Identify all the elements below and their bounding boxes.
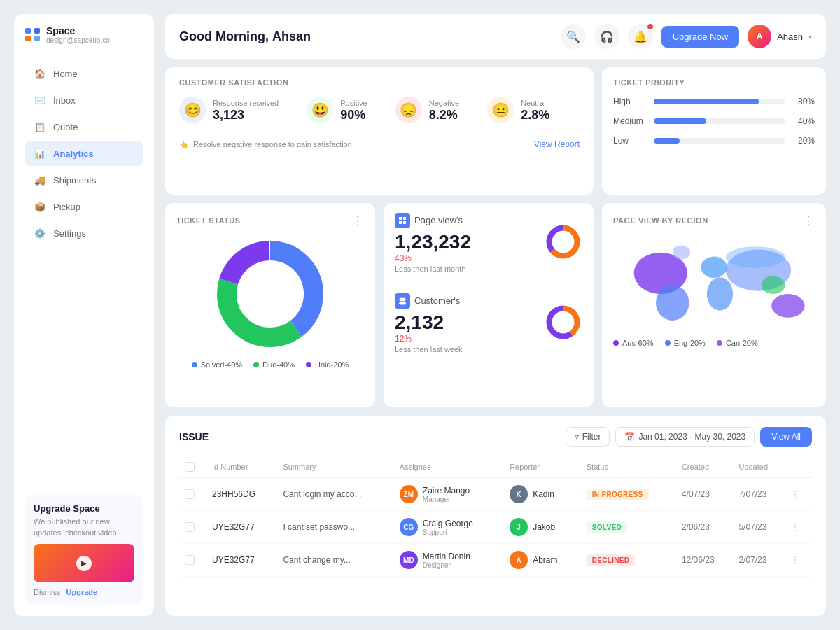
- search-button[interactable]: 🔍: [561, 24, 586, 49]
- map-legend: Aus-60% Eng-20% Can-20%: [613, 339, 815, 347]
- sidebar: Space design@sapceup.co 🏠 Home ✉️ Inbox …: [14, 14, 154, 616]
- legend-due: Due-40%: [253, 360, 295, 369]
- ticket-priority-card: TICKET PRIORITY High 80% Medium 40%: [602, 67, 826, 195]
- upgrade-footer: Upgrade Space We published our new updat…: [25, 495, 143, 605]
- settings-icon: ⚙️: [34, 227, 46, 239]
- map-card: PAGE VIEW BY REGION ⋮: [602, 203, 826, 408]
- svg-point-18: [656, 285, 689, 321]
- select-all-checkbox[interactable]: [185, 462, 195, 472]
- greeting: Good Morning, Ahsan: [179, 29, 311, 44]
- avatar: A: [748, 24, 771, 48]
- sidebar-item-inbox[interactable]: ✉️ Inbox: [25, 88, 143, 113]
- page-views-icon: [395, 213, 410, 228]
- row-menu-2[interactable]: ⋮: [791, 555, 800, 565]
- customers-section: Customer's 2,132 12% Less then last week: [384, 284, 594, 363]
- filter-button[interactable]: ▿ Filter: [566, 427, 610, 447]
- inbox-icon: ✉️: [34, 94, 46, 106]
- assignee-avatar: ZM: [400, 485, 418, 503]
- csat-card: CUSTOMER SATISFACTION 😊 Response receive…: [165, 67, 594, 195]
- reporter-avatar: J: [510, 518, 528, 536]
- table-row: 23HH56DG Cant login my acco... ZM Zaire …: [179, 478, 812, 511]
- view-report-link[interactable]: View Report: [534, 139, 580, 149]
- priority-title: TICKET PRIORITY: [613, 78, 815, 87]
- upgrade-link[interactable]: Upgrade: [66, 588, 98, 596]
- legend-hold: Hold-20%: [306, 360, 349, 369]
- legend-can: Can-20%: [717, 339, 758, 347]
- row-id: UYE32G77: [206, 511, 277, 544]
- row-checkbox-0[interactable]: [185, 489, 195, 499]
- reporter-avatar: K: [510, 485, 528, 503]
- issue-card: ISSUE ▿ Filter 📅 Jan 01, 2023 - May 30, …: [165, 416, 826, 616]
- svg-rect-4: [403, 217, 406, 220]
- quote-icon: 📋: [34, 120, 46, 133]
- issue-table: Id Number Summary Assignee Reporter Stat…: [179, 456, 812, 577]
- negative-icon: 😞: [396, 97, 422, 123]
- support-button[interactable]: 🎧: [594, 24, 620, 49]
- chevron-down-icon: ▾: [808, 33, 812, 41]
- customers-title: Customer's: [414, 295, 460, 306]
- play-button[interactable]: ▶: [76, 556, 92, 571]
- row-menu-0[interactable]: ⋮: [791, 489, 800, 499]
- row-id: 23HH56DG: [206, 478, 277, 511]
- table-row: UYE32G77 I cant set passwo... CG Craig G…: [179, 511, 812, 544]
- negative-label: Negative: [429, 99, 459, 107]
- row-checkbox-2[interactable]: [185, 555, 195, 565]
- svg-point-22: [726, 246, 785, 267]
- map-menu[interactable]: ⋮: [803, 214, 815, 227]
- date-range-picker[interactable]: 📅 Jan 01, 2023 - May 30, 2023: [615, 427, 755, 447]
- user-menu[interactable]: A Ahasn ▾: [748, 24, 812, 48]
- sidebar-item-shipments[interactable]: 🚚 Shipments: [25, 167, 143, 192]
- neutral-label: Neutral: [521, 99, 545, 107]
- customers-value: 2,132: [395, 312, 463, 334]
- upgrade-now-button[interactable]: Upgrade Now: [662, 26, 740, 48]
- issue-header: ISSUE ▿ Filter 📅 Jan 01, 2023 - May 30, …: [179, 427, 812, 447]
- priority-medium: Medium 40%: [613, 116, 815, 126]
- sidebar-item-settings[interactable]: ⚙️ Settings: [25, 220, 143, 246]
- csat-footer: 👆 Resolve negative response to gain sati…: [179, 132, 580, 149]
- row-status: SOLVED: [581, 511, 676, 544]
- sidebar-item-pickup[interactable]: 📦 Pickup: [25, 194, 143, 219]
- cursor-icon: 👆: [179, 140, 189, 149]
- analytics-icon: 📊: [34, 147, 46, 160]
- world-map: [613, 233, 815, 331]
- neutral-value: 2.8%: [521, 108, 550, 122]
- sidebar-item-analytics[interactable]: 📊 Analytics: [25, 141, 143, 166]
- customers-change-label: Less then last week: [395, 345, 463, 354]
- row-summary: I cant set passwo...: [277, 511, 393, 544]
- issue-title: ISSUE: [179, 431, 209, 442]
- row-checkbox-1[interactable]: [185, 522, 195, 532]
- svg-rect-5: [399, 221, 402, 224]
- page-views-title: Page view's: [414, 215, 463, 225]
- notifications-button[interactable]: 🔔: [628, 24, 653, 49]
- priority-bar-medium: [654, 118, 706, 124]
- main-content: Good Morning, Ahsan 🔍 🎧 🔔 Upgrade Now A …: [165, 14, 826, 616]
- row-summary: Cant login my acco...: [277, 478, 393, 511]
- page-views-value: 1,23,232: [395, 231, 471, 253]
- sidebar-item-home[interactable]: 🏠 Home: [25, 61, 143, 86]
- csat-metric-positive: 😃 Positive 90%: [307, 97, 368, 123]
- positive-icon: 😃: [307, 97, 333, 123]
- main-nav: 🏠 Home ✉️ Inbox 📋 Quote 📊 Analytics 🚚 Sh…: [25, 61, 143, 247]
- dismiss-button[interactable]: Dismiss: [34, 588, 61, 596]
- csat-hint: 👆 Resolve negative response to gain sati…: [179, 140, 352, 149]
- sidebar-item-quote[interactable]: 📋 Quote: [25, 114, 143, 139]
- negative-value: 8.2%: [429, 108, 459, 122]
- row-created: 4/07/23: [676, 478, 734, 511]
- response-label: Response received: [213, 99, 279, 107]
- page-views-change-label: Less then last month: [395, 265, 471, 273]
- row-menu-1[interactable]: ⋮: [791, 522, 800, 532]
- legend-eng: Eng-20%: [665, 339, 706, 347]
- view-all-button[interactable]: View All: [760, 427, 812, 447]
- upgrade-video-thumb[interactable]: ▶: [34, 544, 134, 582]
- notification-badge: [646, 22, 654, 31]
- upgrade-desc: We published our new updates. checkout v…: [34, 517, 134, 538]
- calendar-icon: 📅: [624, 432, 635, 442]
- ticket-status-menu[interactable]: ⋮: [352, 214, 364, 227]
- legend-aus: Aus-60%: [613, 339, 654, 347]
- map-header: PAGE VIEW BY REGION ⋮: [613, 214, 815, 227]
- logo-icon: [25, 28, 41, 41]
- assignee-avatar: CG: [400, 518, 418, 536]
- page-views-donut: [544, 223, 582, 263]
- header: Good Morning, Ahsan 🔍 🎧 🔔 Upgrade Now A …: [165, 14, 826, 59]
- svg-rect-6: [403, 221, 406, 224]
